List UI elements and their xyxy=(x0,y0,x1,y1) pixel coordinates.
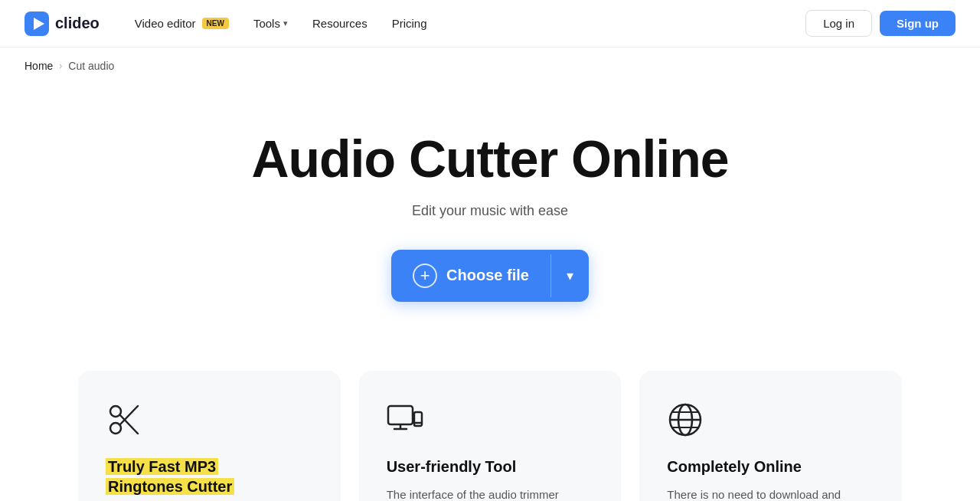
logo[interactable]: clideo xyxy=(24,11,100,36)
nav-label-video-editor: Video editor xyxy=(135,17,196,30)
feature-card-fast: Truly Fast MP3 Ringtones Cutter xyxy=(78,371,341,501)
feature-title-fast: Truly Fast MP3 Ringtones Cutter xyxy=(106,457,313,496)
feature-title-highlight1: Truly Fast MP3 xyxy=(106,458,218,475)
signup-button[interactable]: Sign up xyxy=(880,11,956,36)
nav-badge-new: NEW xyxy=(202,18,229,29)
nav-item-video-editor[interactable]: Video editor NEW xyxy=(124,11,240,36)
plus-circle-icon: + xyxy=(413,264,437,288)
logo-text: clideo xyxy=(55,15,100,32)
svg-line-4 xyxy=(120,414,139,434)
globe-icon xyxy=(667,401,704,438)
hero-section: Audio Cutter Online Edit your music with… xyxy=(0,84,980,363)
features-section: Truly Fast MP3 Ringtones Cutter User-fri… xyxy=(0,371,980,501)
chevron-down-icon: ▾ xyxy=(283,18,288,28)
chevron-down-icon: ▾ xyxy=(567,267,573,284)
nav-item-resources[interactable]: Resources xyxy=(302,11,378,36)
page-title: Audio Cutter Online xyxy=(251,130,728,188)
nav-links: Video editor NEW Tools ▾ Resources Prici… xyxy=(124,11,805,36)
feature-title-online: Completely Online xyxy=(667,457,874,476)
monitor-icon xyxy=(387,401,423,438)
nav-label-tools: Tools xyxy=(253,17,280,30)
nav-label-pricing: Pricing xyxy=(392,17,427,30)
nav-item-pricing[interactable]: Pricing xyxy=(381,11,438,36)
hero-subtitle: Edit your music with ease xyxy=(412,203,568,219)
choose-file-button[interactable]: + Choose file ▾ xyxy=(391,250,589,302)
svg-rect-9 xyxy=(414,412,422,426)
breadcrumb-current: Cut audio xyxy=(68,60,114,72)
nav-actions: Log in Sign up xyxy=(805,10,956,37)
feature-title-friendly: User-friendly Tool xyxy=(387,457,594,476)
breadcrumb-home[interactable]: Home xyxy=(24,60,53,72)
feature-desc-friendly: The interface of the audio trimmer xyxy=(387,486,594,501)
navbar: clideo Video editor NEW Tools ▾ Resource… xyxy=(0,0,980,47)
svg-line-5 xyxy=(120,406,139,425)
nav-item-tools[interactable]: Tools ▾ xyxy=(243,11,299,36)
choose-file-dropdown-toggle[interactable]: ▾ xyxy=(551,254,589,298)
choose-file-label: Choose file xyxy=(446,267,529,284)
scissors-icon xyxy=(106,401,142,438)
nav-label-resources: Resources xyxy=(312,17,368,30)
feature-card-friendly: User-friendly Tool The interface of the … xyxy=(359,371,622,501)
svg-rect-6 xyxy=(388,406,413,424)
choose-file-main[interactable]: + Choose file xyxy=(391,250,550,302)
feature-title-highlight2: Ringtones Cutter xyxy=(106,478,234,495)
breadcrumb-separator: › xyxy=(59,61,62,71)
login-button[interactable]: Log in xyxy=(805,10,872,37)
feature-card-online: Completely Online There is no need to do… xyxy=(639,371,902,501)
feature-desc-online: There is no need to download and xyxy=(667,486,874,501)
breadcrumb: Home › Cut audio xyxy=(0,47,980,84)
